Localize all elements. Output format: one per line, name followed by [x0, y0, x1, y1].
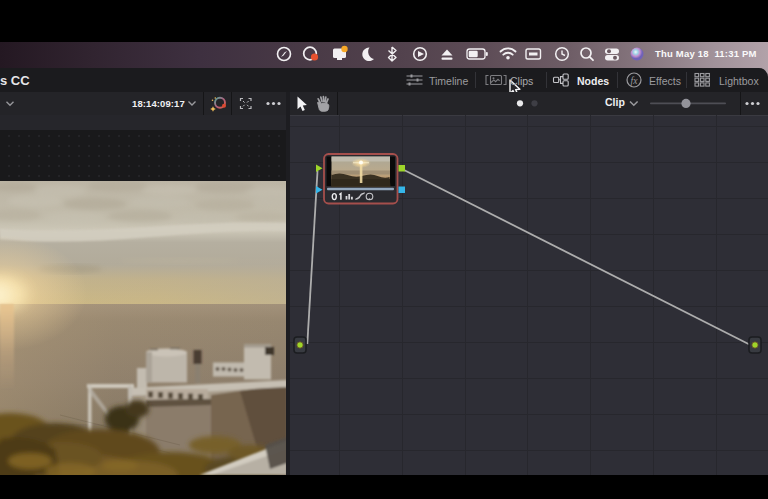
svg-text:fx: fx — [631, 76, 639, 86]
